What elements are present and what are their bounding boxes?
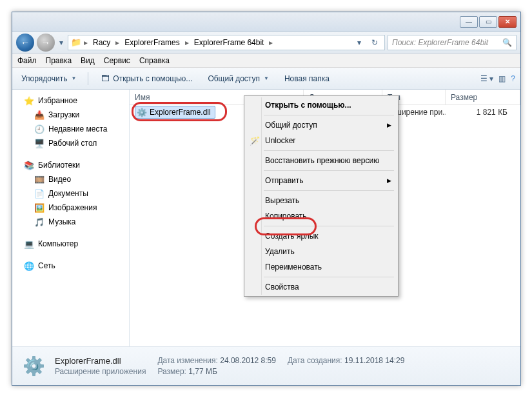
sidebar-music[interactable]: 🎵Музыка (12, 215, 129, 229)
search-icon: 🔍 (502, 38, 512, 47)
sidebar-docs[interactable]: 📄Документы (12, 186, 129, 201)
download-icon: 📥 (34, 110, 44, 120)
preview-pane-button[interactable]: ▥ (498, 74, 506, 83)
dropdown-button[interactable]: ▾ (352, 38, 366, 47)
menu-file[interactable]: Файл (17, 56, 37, 65)
refresh-button[interactable]: ↻ (368, 38, 382, 47)
organize-button[interactable]: Упорядочить▼ (17, 72, 80, 86)
chevron-right-icon: ▸ (83, 38, 89, 47)
share-button[interactable]: Общий доступ▼ (204, 72, 273, 86)
breadcrumb-seg[interactable]: ExplorerFrames (122, 37, 182, 48)
details-name: ExplorerFrame.dll (55, 356, 146, 366)
context-menu: Открыть с помощью... Общий доступ▶ 🪄Unlo… (244, 95, 399, 297)
chevron-right-icon: ▸ (268, 38, 274, 47)
back-button[interactable]: ← (16, 34, 34, 52)
forward-button[interactable]: → (37, 34, 55, 52)
address-bar[interactable]: 📁 ▸ Racy ▸ ExplorerFrames ▸ ExplorerFram… (68, 35, 385, 50)
titlebar: — ▭ ✕ (12, 12, 520, 32)
close-button[interactable]: ✕ (498, 16, 517, 28)
ctx-unlocker[interactable]: 🪄Unlocker (246, 133, 397, 148)
chevron-right-icon: ▸ (114, 38, 121, 47)
new-folder-button[interactable]: Новая папка (281, 72, 333, 86)
menu-view[interactable]: Вид (81, 56, 95, 65)
details-pane: ⚙️ ExplorerFrame.dll Дата изменения: 24.… (12, 346, 520, 385)
details-type: Расширение приложения (55, 367, 146, 376)
music-icon: 🎵 (34, 217, 44, 227)
ctx-rename[interactable]: Переименовать (246, 259, 397, 275)
dll-icon: ⚙️ (137, 107, 147, 117)
folder-icon: 📁 (71, 37, 81, 48)
search-placeholder: Поиск: ExplorerFrame 64bit (392, 38, 488, 47)
video-icon: 🎞️ (34, 174, 44, 184)
ctx-share[interactable]: Общий доступ▶ (246, 117, 397, 133)
ctx-restore[interactable]: Восстановить прежнюю версию (246, 153, 397, 168)
history-dropdown[interactable]: ▾ (57, 36, 65, 49)
menu-help[interactable]: Справка (139, 56, 170, 65)
breadcrumb-seg[interactable]: ExplorerFrame 64bit (192, 37, 267, 48)
ctx-delete[interactable]: Удалить (246, 244, 397, 259)
sidebar-favorites[interactable]: ⭐Избранное (12, 94, 129, 108)
network-icon: 🌐 (24, 261, 34, 271)
ctx-copy[interactable]: Копировать (246, 208, 397, 224)
picture-icon: 🖼️ (34, 203, 44, 213)
ctx-shortcut[interactable]: Создать ярлык (246, 228, 397, 244)
navigation-pane: ⭐Избранное 📥Загрузки 🕘Недавние места 🖥️Р… (12, 90, 130, 346)
recent-icon: 🕘 (34, 124, 44, 134)
ctx-sendto[interactable]: Отправить▶ (246, 173, 397, 188)
help-button[interactable]: ? (511, 74, 515, 83)
ctx-props[interactable]: Свойства (246, 279, 397, 295)
ctx-open-with[interactable]: Открыть с помощью... (246, 97, 397, 113)
app-icon: 🗔 (100, 74, 110, 84)
sidebar-downloads[interactable]: 📥Загрузки (12, 108, 129, 122)
maximize-button[interactable]: ▭ (479, 16, 497, 28)
toolbar: Упорядочить▼ 🗔Открыть с помощью... Общий… (12, 68, 520, 90)
navigation-bar: ← → ▾ 📁 ▸ Racy ▸ ExplorerFrames ▸ Explor… (12, 32, 520, 54)
menu-bar: Файл Правка Вид Сервис Справка (12, 54, 520, 68)
sidebar-pics[interactable]: 🖼️Изображения (12, 201, 129, 215)
breadcrumb-seg[interactable]: Racy (90, 37, 113, 48)
sidebar-video[interactable]: 🎞️Видео (12, 172, 129, 186)
document-icon: 📄 (34, 188, 44, 199)
star-icon: ⭐ (24, 95, 34, 106)
open-with-button[interactable]: 🗔Открыть с помощью... (96, 71, 196, 86)
file-large-icon: ⚙️ (20, 353, 47, 380)
sidebar-network[interactable]: 🌐Сеть (12, 259, 129, 273)
minimize-button[interactable]: — (460, 16, 478, 28)
view-options-button[interactable]: ☰ ▾ (480, 74, 493, 83)
file-name-selected[interactable]: ⚙️ ExplorerFrame.dll (135, 106, 215, 119)
chevron-right-icon: ▸ (184, 38, 190, 47)
sidebar-libraries[interactable]: 📚Библиотеки (12, 158, 129, 172)
file-size: 1 821 КБ (446, 108, 520, 117)
wand-icon: 🪄 (250, 136, 260, 146)
search-input[interactable]: Поиск: ExplorerFrame 64bit 🔍 (388, 35, 517, 50)
library-icon: 📚 (24, 160, 34, 170)
ctx-cut[interactable]: Вырезать (246, 193, 397, 208)
computer-icon: 💻 (24, 239, 34, 249)
separator (88, 72, 88, 85)
menu-tools[interactable]: Сервис (104, 56, 130, 65)
desktop-icon: 🖥️ (34, 138, 44, 148)
sidebar-recent[interactable]: 🕘Недавние места (12, 122, 129, 136)
menu-edit[interactable]: Правка (46, 56, 72, 65)
sidebar-computer[interactable]: 💻Компьютер (12, 237, 129, 251)
col-size[interactable]: Размер (446, 90, 520, 104)
sidebar-desktop[interactable]: 🖥️Рабочий стол (12, 136, 129, 150)
